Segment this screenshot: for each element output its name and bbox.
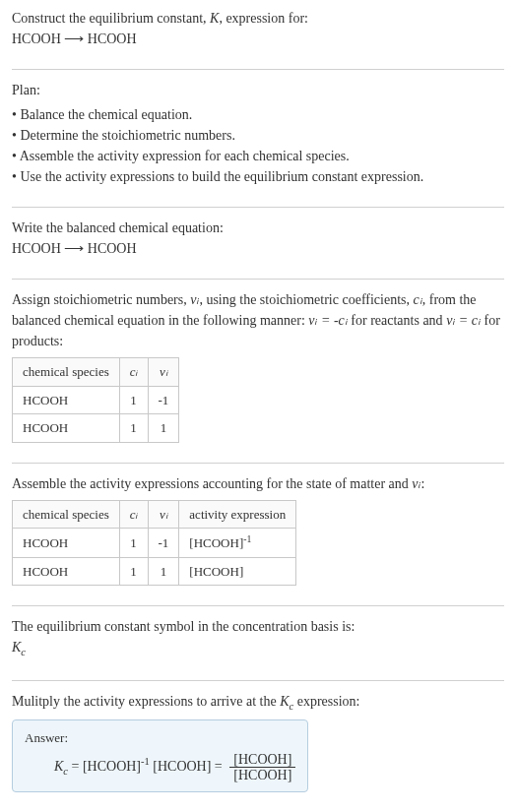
symbol-text: The equilibrium constant symbol in the c…	[12, 616, 504, 637]
kc-symbol: Kc	[12, 637, 504, 660]
stoich-text-2: , using the stoichiometric coefficients,	[199, 292, 413, 307]
stoich-section: Assign stoichiometric numbers, νᵢ, using…	[12, 289, 504, 451]
kc-sub: c	[21, 647, 26, 657]
answer-equation: Kc = [HCOOH]-1 [HCOOH] = [HCOOH][HCOOH]	[25, 752, 295, 783]
multiply-text: Mulitply the activity expressions to arr…	[12, 691, 504, 715]
multiply-text-1: Mulitply the activity expressions to arr…	[12, 694, 280, 709]
balance-equation: HCOOH ⟶ HCOOH	[12, 238, 504, 259]
th-ci: cᵢ	[119, 500, 148, 529]
td-vi: -1	[148, 386, 179, 414]
table-row: HCOOH 1 1	[13, 414, 179, 443]
td-vi: 1	[148, 557, 179, 586]
td-ci: 1	[119, 414, 148, 443]
answer-fraction: [HCOOH][HCOOH]	[229, 752, 295, 783]
stoich-text: Assign stoichiometric numbers, νᵢ, using…	[12, 289, 504, 351]
td-species: HCOOH	[13, 529, 120, 558]
intro-construct-text: Construct the equilibrium constant, K, e…	[12, 11, 308, 26]
th-species: chemical species	[13, 358, 120, 387]
plan-heading: Plan:	[12, 80, 504, 100]
divider	[12, 279, 504, 280]
plan-item: • Use the activity expressions to build …	[12, 166, 504, 187]
plan-item: • Determine the stoichiometric numbers.	[12, 125, 504, 146]
kc-k: K	[280, 694, 289, 709]
c-i: cᵢ	[414, 292, 422, 307]
activity-table: chemical species cᵢ νᵢ activity expressi…	[12, 500, 296, 587]
td-activity: [HCOOH]	[179, 557, 296, 586]
divider	[12, 463, 504, 464]
th-ci: cᵢ	[119, 358, 148, 387]
multiply-section: Mulitply the activity expressions to arr…	[12, 691, 504, 800]
symbol-section: The equilibrium constant symbol in the c…	[12, 616, 504, 668]
intro-equation: HCOOH ⟶ HCOOH	[12, 29, 504, 49]
table-row: HCOOH 1 -1 [HCOOH]-1	[13, 529, 296, 558]
table-header-row: chemical species cᵢ νᵢ activity expressi…	[13, 500, 296, 529]
activity-text-2: :	[421, 476, 425, 491]
th-vi: νᵢ	[148, 500, 179, 529]
th-species: chemical species	[13, 500, 120, 529]
kc-k: K	[12, 640, 21, 655]
answer-label: Answer:	[25, 728, 295, 748]
multiply-text-2: expression:	[293, 694, 359, 709]
th-activity: activity expression	[179, 500, 296, 529]
rel-prod: νᵢ = cᵢ	[446, 313, 481, 328]
th-vi: νᵢ	[148, 358, 179, 387]
frac-den: [HCOOH]	[229, 768, 295, 782]
intro-line1: Construct the equilibrium constant, K, e…	[12, 8, 504, 29]
td-ci: 1	[119, 529, 148, 558]
intro-section: Construct the equilibrium constant, K, e…	[12, 8, 504, 57]
divider	[12, 680, 504, 681]
table-header-row: chemical species cᵢ νᵢ	[13, 358, 179, 387]
nu-i: νᵢ	[412, 476, 420, 491]
activity-text: Assemble the activity expressions accoun…	[12, 473, 504, 494]
td-ci: 1	[119, 557, 148, 586]
stoich-table: chemical species cᵢ νᵢ HCOOH 1 -1 HCOOH …	[12, 357, 179, 443]
answer-mid: [HCOOH] =	[150, 759, 226, 774]
td-vi: 1	[148, 414, 179, 443]
frac-num: [HCOOH]	[229, 752, 295, 768]
divider	[12, 69, 504, 70]
table-row: HCOOH 1 1 [HCOOH]	[13, 557, 296, 586]
stoich-text-4: for reactants and	[348, 313, 446, 328]
td-species: HCOOH	[13, 414, 120, 443]
act-exp: -1	[243, 533, 251, 544]
rel-react: νᵢ = -cᵢ	[308, 313, 348, 328]
answer-exp1: -1	[141, 756, 150, 767]
plan-section: Plan: • Balance the chemical equation. •…	[12, 80, 504, 195]
answer-box: Answer: Kc = [HCOOH]-1 [HCOOH] = [HCOOH]…	[12, 719, 308, 791]
td-vi: -1	[148, 529, 179, 558]
activity-text-1: Assemble the activity expressions accoun…	[12, 476, 412, 491]
balance-section: Write the balanced chemical equation: HC…	[12, 218, 504, 267]
kc-k: K	[54, 759, 63, 774]
plan-item: • Assemble the activity expression for e…	[12, 146, 504, 166]
td-activity: [HCOOH]-1	[179, 529, 296, 558]
activity-section: Assemble the activity expressions accoun…	[12, 473, 504, 594]
answer-eq: = [HCOOH]	[68, 759, 141, 774]
td-species: HCOOH	[13, 386, 120, 414]
table-row: HCOOH 1 -1	[13, 386, 179, 414]
plan-list: • Balance the chemical equation. • Deter…	[12, 104, 504, 187]
divider	[12, 207, 504, 208]
td-ci: 1	[119, 386, 148, 414]
act-base: [HCOOH]	[189, 535, 243, 550]
td-species: HCOOH	[13, 557, 120, 586]
divider	[12, 605, 504, 606]
stoich-text-1: Assign stoichiometric numbers,	[12, 292, 190, 307]
plan-item: • Balance the chemical equation.	[12, 104, 504, 125]
balance-text: Write the balanced chemical equation:	[12, 218, 504, 238]
act-base: [HCOOH]	[189, 564, 243, 579]
